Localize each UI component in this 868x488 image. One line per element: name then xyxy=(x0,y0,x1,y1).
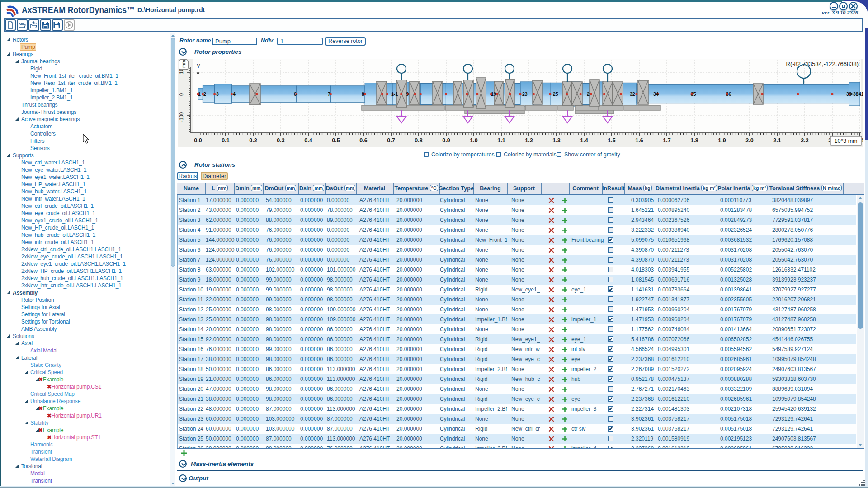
svg-text:0.6: 0.6 xyxy=(359,137,367,144)
svg-text:39: 39 xyxy=(846,91,852,97)
svg-text:4: 4 xyxy=(233,91,236,97)
svg-text:3: 3 xyxy=(216,91,219,97)
svg-text:0: 0 xyxy=(179,93,184,96)
svg-text:2.0: 2.0 xyxy=(745,137,753,144)
svg-text:1.7: 1.7 xyxy=(663,137,670,144)
svg-text:0.4: 0.4 xyxy=(304,137,312,144)
svg-text:1.2: 1.2 xyxy=(525,137,533,144)
svg-text:0.1: 0.1 xyxy=(222,137,229,144)
svg-text:2.1: 2.1 xyxy=(773,137,781,144)
svg-text:0.5: 0.5 xyxy=(332,137,340,144)
svg-text:35: 35 xyxy=(691,91,696,97)
svg-text:38: 38 xyxy=(853,91,859,97)
svg-text:32: 32 xyxy=(630,91,635,97)
svg-text:1.8: 1.8 xyxy=(690,137,698,144)
svg-text:0.3: 0.3 xyxy=(277,137,284,144)
svg-text:2: 2 xyxy=(587,91,590,97)
svg-text:8: 8 xyxy=(362,91,364,97)
svg-text:0.2: 0.2 xyxy=(249,137,257,144)
svg-text:19: 19 xyxy=(491,91,496,97)
svg-text:0.7: 0.7 xyxy=(387,137,395,144)
svg-text:1-1: 1-1 xyxy=(391,91,398,97)
svg-text:1: 1 xyxy=(198,91,201,97)
svg-text:1.5: 1.5 xyxy=(608,137,615,144)
svg-text:10^3 mm: 10^3 mm xyxy=(834,138,857,144)
svg-text:7: 7 xyxy=(328,91,330,97)
svg-text:1.4: 1.4 xyxy=(580,137,588,144)
svg-text:0.8: 0.8 xyxy=(415,137,422,144)
svg-text:9: 9 xyxy=(406,91,409,97)
svg-text:36: 36 xyxy=(726,91,731,97)
svg-text:R(-82.733534,-122.766838): R(-82.733534,-122.766838) xyxy=(786,61,859,67)
svg-text:34: 34 xyxy=(653,91,659,97)
svg-text:0.0: 0.0 xyxy=(194,137,202,144)
svg-text:1.9: 1.9 xyxy=(718,137,726,144)
svg-text:mm: mm xyxy=(181,60,186,68)
svg-text:41: 41 xyxy=(859,91,863,97)
svg-text:25: 25 xyxy=(553,91,558,97)
svg-text:2.2: 2.2 xyxy=(801,137,808,144)
svg-text:1.0: 1.0 xyxy=(470,137,477,144)
svg-text:6: 6 xyxy=(294,91,297,97)
svg-text:1.1: 1.1 xyxy=(497,137,505,144)
svg-text:0.9: 0.9 xyxy=(442,137,450,144)
svg-text:1.6: 1.6 xyxy=(635,137,643,144)
svg-text:Y: Y xyxy=(197,63,200,70)
svg-text:1.3: 1.3 xyxy=(552,137,560,144)
svg-text:2: 2 xyxy=(203,91,206,97)
svg-text:-100: -100 xyxy=(179,112,184,122)
svg-text:23: 23 xyxy=(522,91,528,97)
